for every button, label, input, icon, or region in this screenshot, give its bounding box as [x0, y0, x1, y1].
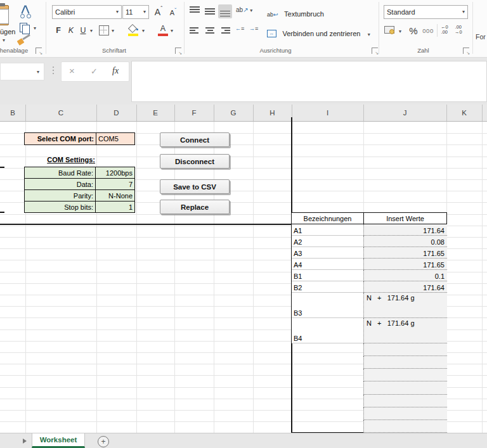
column-header-D[interactable]: D	[96, 105, 136, 121]
caret-down-icon[interactable]: ▾	[399, 29, 401, 34]
name-box[interactable]: ▾	[0, 63, 44, 80]
column-header-B[interactable]: B	[0, 105, 25, 121]
table-empty-cell[interactable]	[363, 381, 447, 394]
formula-input[interactable]	[131, 61, 487, 102]
column-header-I[interactable]: I	[292, 105, 363, 121]
font-dialog-launcher[interactable]: ↘	[175, 48, 181, 54]
com-settings-label-cell[interactable]: Baud Rate:	[25, 167, 96, 178]
format-painter-icon[interactable]	[16, 35, 32, 46]
align-middle-button[interactable]	[203, 4, 217, 18]
connect-button[interactable]: Connect	[160, 132, 230, 147]
table-header-insert-werte[interactable]: Insert Werte	[363, 213, 447, 224]
com-settings-value-cell[interactable]: 1	[96, 202, 134, 212]
font-name-select[interactable]: Calibri ▾	[52, 5, 122, 19]
table-empty-cell[interactable]	[363, 420, 447, 433]
enter-check-icon[interactable]: ✓	[91, 67, 98, 76]
shrink-font-button[interactable]: A ˇ	[167, 6, 179, 19]
sheet-tab-worksheet[interactable]: Worksheet	[32, 433, 85, 448]
cancel-icon[interactable]: ×	[69, 65, 75, 76]
column-header-G[interactable]: G	[214, 105, 253, 121]
increase-decimal-button[interactable]: ←0 .00	[441, 25, 448, 35]
increase-indent-button[interactable]: →≡	[249, 25, 257, 32]
table-value-cell[interactable]: 171.64	[363, 224, 447, 236]
caret-down-icon[interactable]: ▾	[171, 29, 173, 34]
table-value-cell[interactable]: 171.65	[363, 247, 447, 259]
table-empty-cell[interactable]	[363, 356, 447, 369]
table-label-cell[interactable]: B2	[292, 281, 363, 293]
insert-function-fx-icon[interactable]: fx	[112, 66, 119, 76]
replace-button[interactable]: Replace	[160, 200, 230, 214]
number-dialog-launcher[interactable]: ↘	[463, 48, 469, 54]
table-label-cell[interactable]: A4	[292, 259, 363, 270]
table-empty-cell[interactable]	[363, 343, 447, 356]
sheet-nav-right-icon[interactable]	[23, 438, 27, 444]
table-label-cell[interactable]: B1	[292, 270, 363, 281]
align-bottom-button[interactable]	[218, 4, 232, 18]
table-value-cell[interactable]: N + 171.64 g	[363, 318, 447, 343]
table-value-cell[interactable]: 0.1	[363, 270, 447, 281]
table-value-cell[interactable]: N + 171.64 g	[363, 293, 447, 318]
underline-button[interactable]: U	[79, 24, 88, 37]
caret-down-icon[interactable]: ▾	[112, 29, 114, 34]
merge-center-button[interactable]: ↔ Verbinden und zentrieren ▾	[267, 27, 370, 39]
disconnect-button[interactable]: Disconnect	[160, 154, 230, 169]
table-label-cell[interactable]: B4	[292, 318, 363, 343]
column-header-E[interactable]: E	[136, 105, 174, 121]
align-left-button[interactable]	[188, 23, 202, 37]
decrease-indent-button[interactable]: ←≡	[235, 25, 244, 32]
table-empty-cell[interactable]	[363, 407, 447, 420]
column-header-H[interactable]: H	[253, 105, 292, 121]
column-header-F[interactable]: F	[174, 105, 214, 121]
fill-color-icon[interactable]	[128, 24, 140, 37]
comma-style-button[interactable]: 000	[421, 26, 435, 35]
com-port-value-cell[interactable]: COM5	[96, 133, 134, 144]
table-empty-cell[interactable]	[363, 369, 447, 381]
table-value-cell[interactable]: 171.65	[363, 259, 447, 270]
bold-button[interactable]: F	[53, 24, 63, 37]
add-sheet-button[interactable]: +	[98, 436, 109, 447]
save-to-csv-button[interactable]: Save to CSV	[160, 179, 230, 194]
com-settings-label-cell[interactable]: Parity:	[25, 190, 96, 201]
table-value-cell[interactable]: 171.64	[363, 281, 447, 293]
decrease-decimal-button[interactable]: .00 →0	[455, 25, 462, 35]
table-empty-cell[interactable]	[363, 395, 447, 407]
alignment-dialog-launcher[interactable]: ↘	[372, 48, 378, 54]
grow-font-button[interactable]: A ˆ	[152, 5, 165, 19]
column-header-J[interactable]: J	[363, 105, 446, 121]
align-top-button[interactable]	[188, 4, 202, 18]
copy-icon[interactable]	[20, 23, 31, 34]
column-header-K[interactable]: K	[446, 105, 482, 121]
font-size-select[interactable]: 11 ▾	[122, 5, 149, 19]
caret-down-icon[interactable]: ▾	[142, 29, 145, 34]
table-header-bezeichnungen[interactable]: Bezeichnungen	[292, 213, 363, 224]
com-settings-label-cell[interactable]: Stop bits:	[25, 202, 96, 212]
align-center-button[interactable]	[203, 23, 217, 37]
paste-icon[interactable]	[0, 4, 10, 25]
borders-icon[interactable]	[99, 25, 109, 35]
align-right-button[interactable]	[218, 23, 232, 37]
wrap-text-button[interactable]: ab↩ Textumbruch	[267, 8, 324, 19]
italic-button[interactable]: K	[66, 24, 76, 37]
com-settings-title[interactable]: COM Settings:	[25, 156, 95, 163]
paste-button-label[interactable]: ügen	[0, 28, 15, 35]
com-settings-label-cell[interactable]: Data:	[25, 179, 96, 189]
column-header-C[interactable]: C	[25, 105, 96, 121]
com-port-label-cell[interactable]: Select COM port:	[25, 133, 96, 144]
caret-down-icon[interactable]: ▾	[90, 29, 93, 34]
com-settings-value-cell[interactable]: 1200bps	[96, 167, 134, 178]
percent-style-button[interactable]: %	[407, 24, 420, 37]
clipboard-dialog-launcher[interactable]: ↘	[36, 48, 42, 54]
table-value-cell[interactable]: 0.08	[363, 236, 447, 247]
com-settings-value-cell[interactable]: N-None	[96, 190, 134, 201]
cut-scissors-icon[interactable]	[18, 4, 32, 20]
orientation-button[interactable]: ab↗ ▾	[236, 6, 252, 13]
table-label-cell[interactable]: A3	[292, 247, 363, 259]
accounting-format-icon[interactable]	[384, 26, 396, 34]
formula-bar-resize-handle[interactable]	[53, 67, 55, 77]
com-settings-value-cell[interactable]: 7	[96, 179, 134, 189]
table-label-cell[interactable]: B3	[292, 293, 363, 318]
table-label-cell[interactable]: A1	[292, 224, 363, 236]
caret-down-icon[interactable]: ▾	[34, 26, 36, 31]
number-format-select[interactable]: Standard ▾	[384, 5, 468, 19]
table-label-cell[interactable]: A2	[292, 236, 363, 247]
